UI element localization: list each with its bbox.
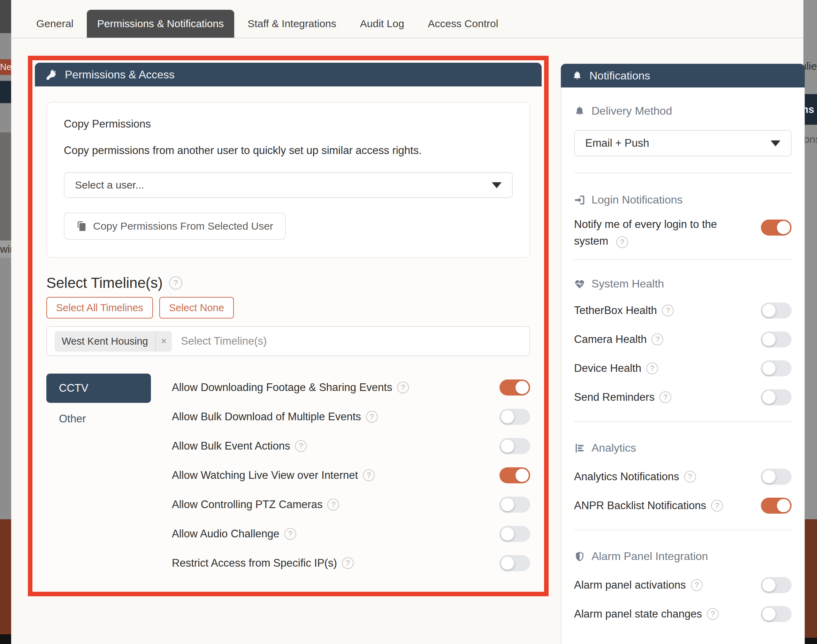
toggle-knob <box>501 527 514 541</box>
bell-icon <box>572 71 582 81</box>
notification-row: Alarm panel state changes <box>574 600 792 628</box>
timeline-quick-actions: Select All Timelines Select None <box>46 297 530 319</box>
notification-label: Alarm panel activations <box>574 579 686 591</box>
help-icon[interactable] <box>659 391 671 403</box>
help-icon[interactable] <box>616 236 628 248</box>
toggle-knob <box>762 578 776 592</box>
tab-access-control[interactable]: Access Control <box>418 10 509 38</box>
notification-toggle[interactable] <box>761 469 792 485</box>
permission-toggle[interactable] <box>500 438 530 454</box>
alarm-panel-rows: Alarm panel activations Alarm panel stat… <box>574 570 792 628</box>
permission-label: Allow Watching Live View over Internet <box>172 469 358 481</box>
timeline-input-placeholder: Select Timeline(s) <box>181 335 267 347</box>
bg-left-navy-block <box>0 81 11 103</box>
bg-right-text-fragment: ulie <box>803 57 817 75</box>
toggle-knob <box>762 607 776 621</box>
bg-left-text-fragment: wir <box>0 241 11 258</box>
bg-left-gray-block <box>0 258 11 519</box>
delivery-method-dropdown[interactable]: Email + Push <box>574 130 792 156</box>
help-icon[interactable] <box>684 471 696 483</box>
help-icon[interactable] <box>169 276 182 290</box>
select-timelines-heading-row: Select Timeline(s) <box>46 274 530 291</box>
alarm-panel-heading-row: Alarm Panel Integration <box>574 550 792 563</box>
notification-label: ANPR Backlist Notifications <box>574 499 706 512</box>
user-select-dropdown[interactable]: Select a user... <box>64 172 513 198</box>
help-icon[interactable] <box>707 608 719 620</box>
copy-permissions-title: Copy Permissions <box>64 118 513 130</box>
bg-left-darkgray-block <box>0 132 11 241</box>
permission-toggle[interactable] <box>500 497 530 513</box>
key-icon <box>46 69 58 81</box>
login-notifications-heading-row: Login Notifications <box>574 193 792 206</box>
permission-toggle[interactable] <box>500 467 530 483</box>
permission-toggle[interactable] <box>500 526 530 542</box>
delivery-method-value: Email + Push <box>585 137 649 149</box>
notification-toggle[interactable] <box>761 498 792 514</box>
timeline-select-input[interactable]: West Kent Housing × Select Timeline(s) <box>46 326 530 356</box>
help-icon[interactable] <box>691 579 703 591</box>
copy-icon <box>76 221 87 232</box>
permission-toggle[interactable] <box>500 379 530 396</box>
category-tab-cctv[interactable]: CCTV <box>46 374 151 403</box>
toggle-knob <box>515 381 529 394</box>
system-health-heading-row: System Health <box>574 278 792 290</box>
tab-permissions-notifications[interactable]: Permissions & Notifications <box>87 10 234 38</box>
help-icon[interactable] <box>397 382 409 393</box>
help-icon[interactable] <box>662 305 674 316</box>
permission-toggle[interactable] <box>500 409 530 425</box>
chevron-down-icon <box>771 140 780 146</box>
help-icon[interactable] <box>366 411 378 423</box>
section-divider <box>574 259 792 260</box>
notification-toggle[interactable] <box>761 360 792 376</box>
sign-in-icon <box>574 195 585 205</box>
bg-left-label-fragment: Ne <box>0 59 11 75</box>
selected-timeline-chip: West Kent Housing × <box>55 331 172 352</box>
tab-general[interactable]: General <box>26 10 84 38</box>
permission-label: Allow Audio Challenge <box>172 527 279 540</box>
notification-toggle[interactable] <box>761 577 792 593</box>
notification-label: Device Health <box>574 362 641 375</box>
select-none-button[interactable]: Select None <box>159 297 234 319</box>
help-icon[interactable] <box>646 362 658 374</box>
category-tab-other[interactable]: Other <box>46 412 151 425</box>
notifications-header: Notifications <box>561 64 805 87</box>
help-icon[interactable] <box>711 500 723 512</box>
help-icon[interactable] <box>651 333 663 345</box>
bg-right-brown-block <box>803 519 817 638</box>
select-all-timelines-button[interactable]: Select All Timelines <box>46 297 153 319</box>
help-icon[interactable] <box>295 440 307 452</box>
permission-categories-section: CCTV Other Allow Downloading Footage & S… <box>46 374 530 578</box>
notification-row: Alarm panel activations <box>574 570 792 600</box>
permission-label: Restrict Access from Specific IP(s) <box>172 557 337 569</box>
toggle-knob <box>762 333 776 346</box>
toggle-knob <box>762 304 776 317</box>
tab-audit-log[interactable]: Audit Log <box>349 10 415 38</box>
help-icon[interactable] <box>284 528 296 540</box>
tab-staff-integrations[interactable]: Staff & Integrations <box>237 10 347 38</box>
help-icon[interactable] <box>363 469 375 481</box>
section-divider <box>574 173 792 173</box>
notification-label: Analytics Notifications <box>574 471 679 483</box>
notification-toggle[interactable] <box>761 606 792 622</box>
notification-toggle[interactable] <box>761 302 792 319</box>
remove-chip-icon[interactable]: × <box>155 331 172 352</box>
bg-right-black-block <box>803 638 817 644</box>
help-icon[interactable] <box>327 499 339 511</box>
notification-toggle[interactable] <box>761 389 792 405</box>
user-select-value: Select a user... <box>75 179 144 191</box>
permission-toggle[interactable] <box>500 555 530 571</box>
category-tabs-column: CCTV Other <box>46 374 151 578</box>
notification-label: Alarm panel state changes <box>574 608 702 620</box>
notification-toggle[interactable] <box>761 331 792 347</box>
bg-left-dark-block <box>0 0 11 33</box>
bg-left-black-block <box>0 634 11 644</box>
notification-label: Camera Health <box>574 333 647 346</box>
copy-permissions-button[interactable]: Copy Permissions From Selected User <box>64 213 286 240</box>
notification-toggle[interactable] <box>761 219 792 236</box>
bg-right-gray-block <box>803 125 817 519</box>
bg-left-gray-block <box>0 75 11 81</box>
toggle-knob <box>501 498 514 511</box>
system-health-rows: TetherBox Health Camera Health Device He… <box>574 296 792 412</box>
help-icon[interactable] <box>342 557 354 569</box>
delivery-method-heading: Delivery Method <box>592 104 672 117</box>
